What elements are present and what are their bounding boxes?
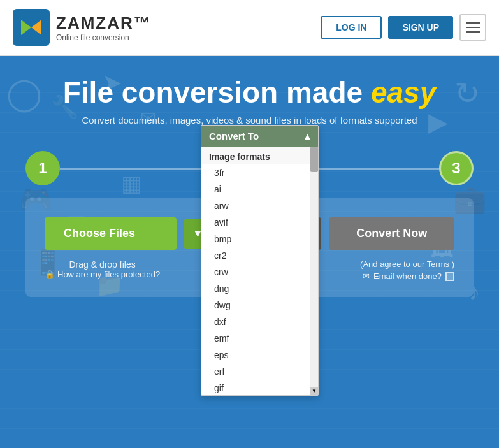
convert-now-button[interactable]: Convert Now bbox=[329, 217, 454, 250]
step-1-circle: 1 bbox=[25, 151, 60, 185]
dropdown-item-erf[interactable]: erf bbox=[201, 363, 310, 380]
dropdown-body[interactable]: Image formats 3fr ai arw avif bmp cr2 cr… bbox=[201, 147, 318, 395]
main-area: ◯ 🔧 ➤ ✉ 🎮 📄 ▦ 📱 📁 ↻ ▶ 💼 🖼 ♪ File convers… bbox=[0, 56, 499, 448]
hamburger-line-3 bbox=[466, 31, 480, 33]
dropdown-header: Convert To ▲ bbox=[201, 126, 318, 147]
terms-link[interactable]: Terms bbox=[427, 259, 449, 269]
scrollbar-track: ▼ bbox=[310, 147, 318, 395]
headline-part1: File conver bbox=[63, 76, 218, 109]
privacy-link-text: How are my files protected? bbox=[57, 270, 160, 279]
dropdown-item-3fr[interactable]: 3fr bbox=[201, 164, 310, 181]
header: ZAMZAR™ Online file conversion LOG IN SI… bbox=[0, 0, 499, 56]
scrollbar-thumb[interactable] bbox=[310, 147, 318, 172]
headline-part2: sion made bbox=[218, 76, 371, 109]
dropdown-category: Image formats bbox=[201, 147, 310, 164]
hero-subline: Convert documents, images, videos & soun… bbox=[25, 115, 474, 126]
hamburger-line-2 bbox=[466, 27, 480, 28]
hero-headline: File conversion made easy bbox=[25, 75, 474, 110]
email-checkbox[interactable] bbox=[445, 272, 454, 281]
dropdown-item-dxf[interactable]: dxf bbox=[201, 314, 310, 330]
privacy-link[interactable]: 🔒 How are my files protected? bbox=[45, 270, 160, 279]
dropdown-item-bmp[interactable]: bmp bbox=[201, 231, 310, 247]
dropdown-item-avif[interactable]: avif bbox=[201, 214, 310, 231]
terms-prefix: (And agree to our bbox=[360, 259, 424, 269]
convert-to-dropdown: Convert To ▲ Image formats 3fr ai arw av… bbox=[201, 125, 319, 396]
dropdown-header-label: Convert To bbox=[209, 131, 259, 141]
dropdown-item-crw[interactable]: crw bbox=[201, 264, 310, 280]
left-info: Drag & drop files 🔒 How are my files pro… bbox=[45, 259, 160, 279]
email-icon: ✉ bbox=[363, 271, 370, 281]
hamburger-line-1 bbox=[466, 22, 480, 24]
dropdown-item-dng[interactable]: dng bbox=[201, 280, 310, 297]
logo-name: ZAMZAR™ bbox=[56, 13, 152, 33]
scroll-up-arrow[interactable]: ▲ bbox=[303, 131, 310, 141]
zamzar-logo-icon bbox=[13, 9, 50, 46]
headline-easy: easy bbox=[371, 76, 436, 109]
dropdown-item-cr2[interactable]: cr2 bbox=[201, 247, 310, 264]
choose-files-button[interactable]: Choose Files bbox=[45, 217, 177, 250]
dropdown-content: Image formats 3fr ai arw avif bmp cr2 cr… bbox=[201, 147, 318, 395]
lock-icon: 🔒 bbox=[45, 270, 55, 279]
email-row: ✉ Email when done? bbox=[360, 271, 454, 281]
menu-button[interactable] bbox=[459, 14, 486, 41]
choose-files-label: Choose Files bbox=[64, 227, 135, 240]
signup-button[interactable]: SIGN UP bbox=[388, 16, 453, 39]
scroll-down-arrow[interactable]: ▼ bbox=[310, 387, 318, 395]
logo-text: ZAMZAR™ Online file conversion bbox=[56, 13, 152, 42]
email-label: Email when done? bbox=[373, 271, 442, 281]
dropdown-item-ai[interactable]: ai bbox=[201, 181, 310, 198]
login-button[interactable]: LOG IN bbox=[321, 16, 382, 39]
dropdown-item-dwg[interactable]: dwg bbox=[201, 297, 310, 314]
dropdown-item-emf[interactable]: emf bbox=[201, 330, 310, 347]
header-actions: LOG IN SIGN UP bbox=[321, 14, 486, 41]
dropdown-item-arw[interactable]: arw bbox=[201, 198, 310, 214]
right-info: (And agree to our Terms ) ✉ Email when d… bbox=[360, 259, 454, 281]
drag-drop-text: Drag & drop files bbox=[45, 259, 160, 270]
logo-subtitle: Online file conversion bbox=[56, 33, 152, 42]
logo-area: ZAMZAR™ Online file conversion bbox=[13, 9, 152, 46]
svg-marker-1 bbox=[31, 20, 41, 35]
svg-marker-0 bbox=[21, 20, 31, 35]
terms-text: (And agree to our Terms ) bbox=[360, 259, 454, 269]
step-3-circle: 3 bbox=[439, 151, 474, 185]
terms-suffix: ) bbox=[452, 259, 454, 269]
dropdown-item-gif[interactable]: gif bbox=[201, 380, 310, 395]
dropdown-item-eps[interactable]: eps bbox=[201, 347, 310, 363]
